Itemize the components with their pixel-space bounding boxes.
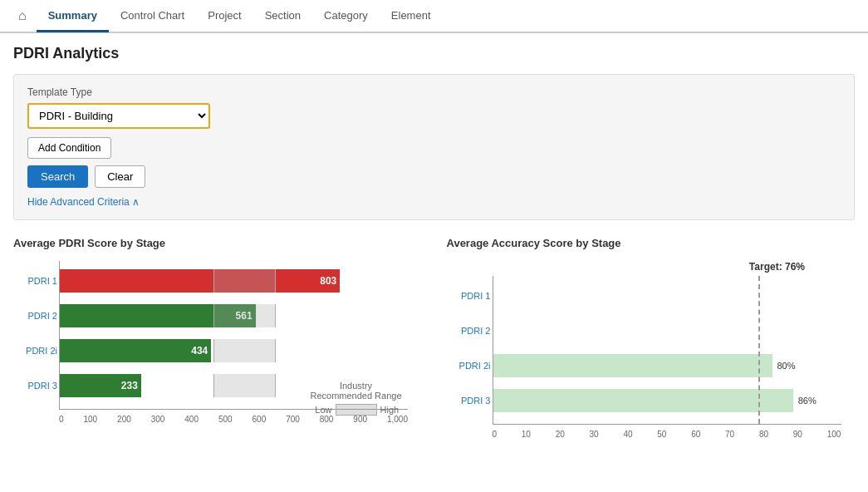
bar-fill: 803 [60, 269, 340, 293]
bar-fill: 233 [60, 374, 141, 397]
x-tick: 100 [83, 415, 97, 424]
industry-range-overlay [213, 339, 277, 362]
acc-x-tick: 90 [793, 430, 802, 439]
acc-x-tick: 50 [657, 430, 666, 439]
nav-tab-section[interactable]: Section [253, 1, 312, 32]
search-clear-row: Search Clear [27, 165, 841, 188]
acc-x-tick: 80 [759, 430, 768, 439]
bar-label: PDRI 1 [12, 277, 57, 286]
bar-label: PDRI 2 [12, 312, 57, 321]
acc-bar-bg: 80% [493, 354, 841, 377]
bar-fill: 434 [60, 339, 211, 362]
legend-swatch [336, 404, 377, 416]
bar-row: PDRI 1803 [60, 269, 408, 293]
acc-label: PDRI 2i [445, 362, 491, 371]
nav-tab-element[interactable]: Element [380, 1, 443, 32]
left-chart-container: Average PDRI Score by Stage PDRI 1803PDR… [13, 237, 422, 464]
legend-title-text: IndustryRecommended Range [299, 381, 414, 401]
charts-row: Average PDRI Score by Stage PDRI 1803PDR… [13, 237, 855, 464]
x-tick: 800 [320, 415, 334, 424]
x-tick: 500 [218, 415, 233, 424]
acc-row: PDRI 2 [493, 319, 841, 342]
acc-x-tick: 30 [590, 430, 599, 439]
acc-bar-fill [493, 354, 772, 377]
bar-fill: 561 [60, 304, 256, 327]
nav-tab-project[interactable]: Project [196, 1, 253, 32]
nav-tab-category[interactable]: Category [312, 1, 380, 32]
right-chart-title: Average Accuracy Score by Stage [447, 237, 856, 249]
acc-bar-fill [493, 389, 793, 412]
legend-low-label: Low [299, 405, 332, 415]
acc-label: PDRI 1 [445, 292, 491, 301]
x-tick: 200 [117, 415, 131, 424]
target-label: Target: 76% [447, 261, 856, 273]
hide-advanced-criteria[interactable]: Hide Advanced Criteria ∧ [27, 196, 841, 208]
industry-range-legend: IndustryRecommended Range Low High [299, 381, 414, 416]
acc-value: 86% [798, 396, 817, 406]
x-tick: 900 [353, 415, 367, 424]
bar-label: PDRI 3 [12, 381, 57, 391]
bar-bg: 803 [60, 269, 408, 293]
bar-row: PDRI 2561 [60, 304, 408, 327]
acc-label: PDRI 3 [445, 396, 491, 406]
acc-x-tick: 100 [827, 430, 841, 439]
bar-row: PDRI 2i434 [60, 339, 408, 362]
right-bar-chart: PDRI 1PDRI 2PDRI 2i80%PDRI 386% 01020304… [447, 276, 856, 464]
acc-row: PDRI 1 [493, 284, 841, 308]
page-content: PDRI Analytics Template Type PDRI - Buil… [0, 33, 868, 475]
clear-button[interactable]: Clear [95, 165, 145, 188]
industry-range-overlay [213, 374, 277, 397]
acc-bar-bg: 86% [493, 389, 841, 412]
template-type-select[interactable]: PDRI - BuildingPDRI - IndustrialPDRI - I… [27, 103, 210, 129]
right-chart-inner: PDRI 1PDRI 2PDRI 2i80%PDRI 386% [493, 276, 841, 425]
acc-x-tick: 70 [725, 430, 734, 439]
legend-high-label: High [380, 405, 414, 415]
navigation: ⌂ SummaryControl ChartProjectSectionCate… [0, 0, 868, 33]
acc-bar-bg [493, 319, 841, 342]
acc-row: PDRI 2i80% [493, 354, 841, 377]
add-condition-button[interactable]: Add Condition [27, 137, 111, 159]
acc-x-tick: 10 [522, 430, 531, 439]
bar-value: 233 [121, 380, 138, 391]
bar-bg: 434 [60, 339, 408, 362]
template-type-label: Template Type [27, 86, 841, 98]
nav-tab-summary[interactable]: Summary [37, 1, 109, 32]
bar-value: 803 [320, 275, 336, 287]
acc-x-tick: 40 [623, 430, 632, 439]
bar-value: 434 [191, 345, 208, 357]
x-tick: 300 [151, 415, 165, 424]
acc-x-tick: 0 [493, 430, 498, 439]
acc-value: 80% [777, 361, 796, 371]
x-tick: 600 [253, 415, 267, 424]
bar-value: 561 [236, 310, 253, 322]
acc-x-tick: 60 [691, 430, 700, 439]
acc-bar-bg [493, 284, 841, 308]
bar-bg: 561 [60, 304, 408, 327]
acc-row: PDRI 386% [493, 389, 841, 412]
search-button[interactable]: Search [27, 165, 88, 188]
bar-label: PDRI 2i [12, 347, 57, 356]
filter-box: Template Type PDRI - BuildingPDRI - Indu… [13, 74, 855, 220]
home-icon[interactable]: ⌂ [8, 0, 37, 32]
right-chart-container: Average Accuracy Score by Stage Target: … [447, 237, 856, 464]
x-tick: 0 [59, 415, 64, 424]
legend-bar: Low High [299, 404, 414, 416]
x-tick: 1,000 [387, 415, 408, 424]
nav-tab-control-chart[interactable]: Control Chart [109, 1, 196, 32]
x-tick: 400 [184, 415, 199, 424]
x-tick: 700 [286, 415, 300, 424]
left-bar-chart: PDRI 1803PDRI 2561PDRI 2i434PDRI 3233 01… [13, 261, 422, 449]
acc-label: PDRI 2 [445, 327, 491, 336]
left-chart-title: Average PDRI Score by Stage [13, 237, 422, 249]
page-title: PDRI Analytics [13, 45, 855, 62]
acc-x-tick: 20 [556, 430, 565, 439]
